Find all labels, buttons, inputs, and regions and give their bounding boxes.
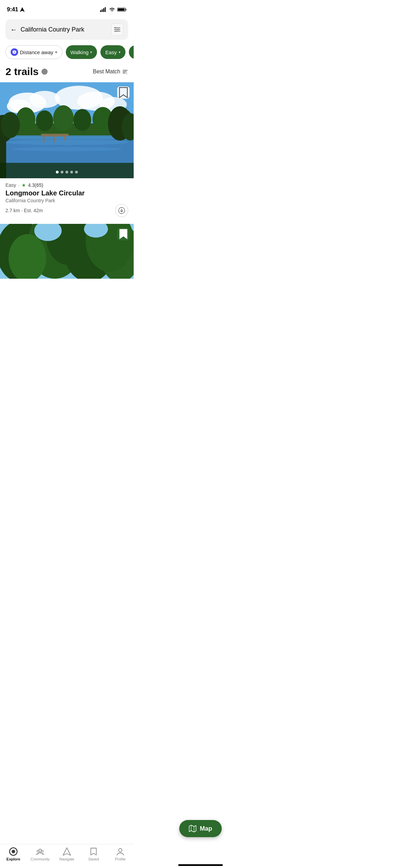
trail-card-2[interactable]	[0, 224, 134, 279]
sort-icon: ↕	[122, 69, 128, 74]
easy-chevron: ▾	[119, 50, 121, 55]
svg-rect-7	[118, 9, 125, 11]
distance-chevron: ▾	[55, 50, 57, 55]
status-time: 9:41	[7, 6, 18, 13]
svg-point-13	[116, 31, 117, 32]
trail-photo-1	[0, 82, 134, 178]
svg-rect-2	[102, 9, 103, 12]
rating-value: 4.3(65)	[28, 182, 43, 188]
svg-point-12	[118, 29, 119, 30]
walking-chevron: ▾	[90, 50, 92, 55]
bookmark-button-1[interactable]	[117, 86, 130, 99]
trail-scene-svg	[0, 82, 134, 178]
download-button-1[interactable]	[115, 204, 128, 217]
trail-meta-1: Easy · ★ 4.3(65)	[5, 182, 128, 188]
svg-rect-44	[53, 135, 55, 142]
svg-marker-0	[20, 7, 25, 12]
signal-icon	[100, 7, 107, 12]
search-query: California Country Park	[21, 26, 108, 33]
dot-5	[75, 171, 78, 173]
trail-stats-1: 2.7 km · Est. 42m	[5, 204, 128, 217]
svg-rect-3	[103, 8, 104, 12]
svg-text:↕: ↕	[126, 71, 127, 74]
svg-rect-43	[43, 135, 45, 142]
distance-filter-label: Distance away	[20, 49, 53, 55]
dot-3	[65, 171, 68, 173]
wifi-icon	[109, 7, 115, 12]
svg-rect-45	[63, 135, 65, 141]
svg-rect-4	[105, 7, 106, 12]
svg-point-41	[1, 112, 20, 138]
filter-row: Distance away ▾ Walking ▾ Easy ▾ 0 km ▾	[0, 44, 134, 63]
sort-button[interactable]: Best Match ↕	[93, 69, 128, 75]
km-filter[interactable]: 0 km ▾	[129, 45, 134, 59]
shield-icon	[11, 48, 18, 56]
status-bar: 9:41	[0, 0, 134, 17]
difficulty-label: Easy	[5, 182, 16, 188]
trail-name-1: Longmoor Lake Circular	[5, 189, 128, 197]
dot-4	[70, 171, 73, 173]
status-icons	[100, 7, 127, 12]
dot-2	[61, 171, 63, 173]
svg-point-30	[36, 110, 53, 131]
dot-1	[56, 171, 59, 173]
bookmark-button-2[interactable]	[117, 228, 130, 240]
svg-point-38	[12, 147, 122, 151]
location-icon	[20, 7, 25, 12]
carousel-dots-1	[56, 171, 78, 173]
bookmark-icon-1	[117, 86, 130, 99]
walking-filter[interactable]: Walking ▾	[66, 45, 97, 59]
svg-point-32	[73, 109, 91, 131]
svg-point-11	[115, 27, 116, 28]
svg-point-37	[5, 140, 129, 145]
trail-photo-2	[0, 224, 134, 279]
battery-icon	[117, 7, 127, 12]
trail-info-1: Easy · ★ 4.3(65) Longmoor Lake Circular …	[0, 178, 134, 218]
trail-park-1: California Country Park	[5, 198, 128, 203]
star-icon: ★	[22, 182, 26, 188]
download-icon	[118, 207, 125, 214]
trail-card-1[interactable]: Easy · ★ 4.3(65) Longmoor Lake Circular …	[0, 82, 134, 218]
loading-dot	[41, 69, 48, 75]
trail-distance-time: 2.7 km · Est. 42m	[5, 208, 43, 213]
easy-filter-label: Easy	[105, 49, 117, 55]
bookmark-icon-2	[117, 228, 130, 240]
distance-filter[interactable]: Distance away ▾	[5, 45, 62, 59]
sep-1: ·	[18, 183, 20, 188]
filter-button[interactable]	[111, 23, 123, 36]
walking-filter-label: Walking	[71, 49, 89, 55]
trails-count: 2 trails	[5, 66, 48, 77]
svg-rect-1	[100, 10, 101, 12]
sort-label: Best Match	[93, 69, 120, 75]
back-button[interactable]: ←	[10, 26, 17, 34]
easy-filter[interactable]: Easy ▾	[100, 45, 125, 59]
trail-scene-2-svg	[0, 224, 134, 279]
filter-icon	[114, 27, 120, 32]
svg-point-31	[53, 105, 74, 131]
trails-header: 2 trails Best Match ↕	[0, 63, 134, 82]
trails-count-num: 2 trails	[5, 66, 39, 77]
search-bar[interactable]: ← California Country Park	[5, 19, 128, 40]
svg-rect-6	[126, 9, 126, 11]
